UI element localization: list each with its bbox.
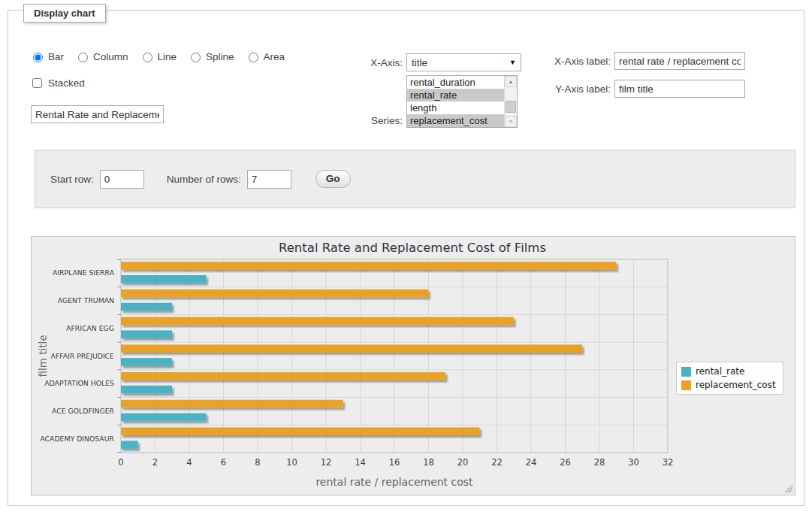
listbox-scrollbar[interactable]: ▲ ▼ bbox=[504, 76, 517, 127]
series-label: Series: bbox=[331, 115, 403, 126]
chart-type-text: Column bbox=[93, 51, 128, 62]
bar-rental_rate bbox=[121, 414, 207, 422]
chart-type-text: Bar bbox=[48, 51, 64, 62]
legend-label: rental_rate bbox=[696, 366, 744, 377]
bar-rental_rate bbox=[121, 330, 172, 338]
bar-rental_rate bbox=[121, 386, 172, 394]
legend-label: replacement_cost bbox=[696, 380, 776, 390]
num-rows-label: Number of rows: bbox=[167, 174, 241, 185]
stacked-label[interactable]: Stacked bbox=[48, 77, 85, 89]
chart-type-text: Area bbox=[264, 51, 285, 62]
chart-type-option-line[interactable]: Line bbox=[139, 50, 177, 62]
series-option-replacement_cost[interactable]: replacement_cost bbox=[407, 114, 505, 127]
page: Display chart BarColumnLineSplineArea St… bbox=[0, 0, 812, 512]
chart-type-radio-column[interactable] bbox=[78, 53, 88, 62]
fieldset-legend: Display chart bbox=[23, 4, 106, 23]
category-label: ACADEMY DINOSAUR bbox=[40, 435, 114, 443]
display-chart-fieldset: Display chart BarColumnLineSplineArea St… bbox=[8, 10, 804, 506]
x-axis-select-label: X-Axis: bbox=[331, 57, 403, 68]
num-rows-input[interactable] bbox=[247, 170, 291, 189]
x-tick-label: 16 bbox=[389, 457, 400, 468]
x-tick-label: 0 bbox=[118, 457, 123, 468]
x-tick-label: 26 bbox=[560, 457, 571, 468]
category-label: AFRICAN EGG bbox=[66, 324, 114, 332]
x-axis-select[interactable]: title ▼ bbox=[406, 53, 521, 71]
bar-rental_rate bbox=[121, 275, 207, 283]
chart-type-text: Spline bbox=[206, 51, 234, 62]
x-tick-label: 20 bbox=[457, 457, 469, 468]
y-axis-label-label: Y-Axis label: bbox=[542, 83, 611, 95]
x-tick-label: 6 bbox=[221, 457, 226, 468]
series-option-rental_rate[interactable]: rental_rate bbox=[407, 89, 505, 101]
chart-type-text: Line bbox=[158, 51, 177, 62]
legend-entry-rental_rate: rental_rate bbox=[681, 366, 776, 377]
x-tick-label: 22 bbox=[491, 457, 503, 468]
category-label: AIRPLANE SIERRA bbox=[53, 268, 115, 277]
x-tick-label: 8 bbox=[255, 457, 260, 468]
chart-type-radio-spline[interactable] bbox=[191, 53, 201, 62]
x-tick-label: 18 bbox=[423, 457, 434, 468]
bar-rental_rate bbox=[121, 441, 138, 449]
category-label: AFFAIR PREJUDICE bbox=[51, 352, 115, 360]
x-axis-title: rental rate / replacement cost bbox=[315, 476, 473, 488]
x-tick-label: 32 bbox=[663, 457, 674, 468]
chart-type-option-column[interactable]: Column bbox=[74, 50, 128, 62]
start-row-label: Start row: bbox=[50, 174, 94, 185]
scroll-down-icon[interactable]: ▼ bbox=[505, 116, 517, 127]
series-option-rental_duration[interactable]: rental_duration bbox=[407, 76, 505, 89]
chart-type-radio-bar[interactable] bbox=[33, 53, 43, 62]
chart-type-option-area[interactable]: Area bbox=[245, 50, 285, 62]
bar-replacement_cost bbox=[121, 262, 617, 270]
category-label: ADAPTATION HOLES bbox=[44, 379, 114, 387]
x-tick-label: 12 bbox=[321, 457, 332, 468]
chart-legend: rental_ratereplacement_cost bbox=[676, 362, 783, 395]
chart-title: Rental Rate and Replacement Cost of Film… bbox=[279, 241, 546, 255]
x-tick-label: 30 bbox=[628, 457, 639, 468]
stacked-row: Stacked bbox=[29, 76, 85, 90]
chart-title-input[interactable] bbox=[31, 105, 164, 123]
legend-swatch bbox=[681, 380, 691, 390]
chart-type-radio-area[interactable] bbox=[249, 53, 258, 62]
x-tick-label: 28 bbox=[594, 457, 605, 468]
series-option-length[interactable]: length bbox=[407, 101, 505, 114]
x-axis-select-value: title bbox=[412, 57, 506, 68]
category-label: AGENT TRUMAN bbox=[58, 296, 114, 304]
bar-replacement_cost bbox=[121, 317, 514, 326]
bar-replacement_cost bbox=[121, 289, 428, 298]
scroll-up-icon[interactable]: ▲ bbox=[505, 76, 517, 87]
chart-type-radio-line[interactable] bbox=[143, 53, 152, 62]
legend-entry-replacement_cost: replacement_cost bbox=[681, 380, 776, 390]
bar-rental_rate bbox=[121, 303, 172, 311]
x-tick-label: 10 bbox=[286, 457, 297, 468]
y-axis-label-input[interactable] bbox=[614, 80, 745, 98]
bar-replacement_cost bbox=[121, 400, 343, 408]
start-row-input[interactable] bbox=[100, 170, 144, 189]
series-listbox[interactable]: rental_durationrental_ratelengthreplacem… bbox=[406, 75, 518, 128]
stacked-checkbox[interactable] bbox=[32, 78, 42, 88]
scrollbar-thumb[interactable] bbox=[506, 101, 516, 113]
bar-replacement_cost bbox=[121, 372, 445, 380]
x-tick-label: 14 bbox=[355, 457, 366, 468]
bar-replacement_cost bbox=[121, 427, 480, 435]
chart-type-radio-group: BarColumnLineSplineArea bbox=[29, 50, 291, 62]
chart-container: Rental Rate and Replacement Cost of Film… bbox=[31, 236, 795, 495]
x-axis-label-label: X-Axis label: bbox=[542, 56, 611, 67]
y-axis-title: film title bbox=[37, 335, 49, 377]
legend-swatch bbox=[681, 367, 691, 377]
go-button[interactable]: Go bbox=[315, 170, 351, 188]
category-label: ACE GOLDFINGER bbox=[52, 407, 114, 415]
rows-panel: Start row: Number of rows: Go bbox=[35, 150, 795, 208]
bar-rental_rate bbox=[121, 358, 172, 366]
resize-handle-icon[interactable] bbox=[784, 484, 792, 492]
chart-type-option-bar[interactable]: Bar bbox=[29, 50, 64, 62]
chart-type-option-spline[interactable]: Spline bbox=[187, 50, 234, 62]
x-tick-label: 2 bbox=[152, 457, 158, 468]
x-axis-label-input[interactable] bbox=[614, 52, 745, 70]
series-options: rental_durationrental_ratelengthreplacem… bbox=[407, 76, 505, 127]
chevron-down-icon: ▼ bbox=[509, 59, 516, 66]
bar-replacement_cost bbox=[121, 344, 582, 353]
x-tick-label: 4 bbox=[186, 457, 192, 468]
x-tick-label: 24 bbox=[526, 457, 537, 468]
